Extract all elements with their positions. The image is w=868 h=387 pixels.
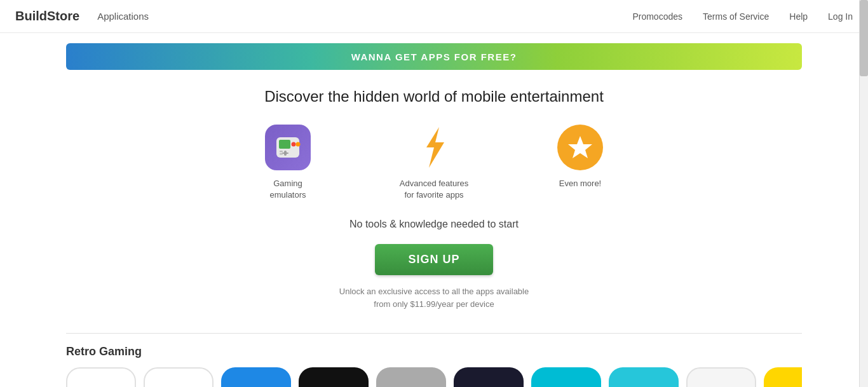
nav-help[interactable]: Help (789, 11, 808, 22)
app-icon-9[interactable] (686, 367, 756, 387)
nav-promocodes[interactable]: Promocodes (632, 11, 682, 22)
app-icon-5[interactable] (376, 367, 446, 387)
retro-gaming-title: Retro Gaming (66, 345, 802, 358)
gameboy-svg (271, 131, 304, 164)
hero-title: Discover the hidden world of mobile ente… (0, 88, 868, 105)
scrollbar[interactable] (859, 0, 868, 387)
svg-marker-8 (426, 127, 444, 168)
svg-point-2 (292, 142, 296, 147)
star-icon (557, 125, 603, 170)
app-icon-10[interactable] (764, 367, 802, 387)
no-tools-text: No tools & knowledge needed to start (0, 219, 868, 230)
lightning-svg (415, 125, 453, 170)
features-row: Gamingemulators Advanced featuresfor fav… (0, 125, 868, 201)
brand-logo[interactable]: BuildStore (15, 9, 79, 24)
feature-more-label: Even more! (559, 178, 601, 189)
svg-rect-5 (282, 153, 288, 154)
feature-gaming-emulators: Gamingemulators (247, 125, 329, 201)
hero-section: Discover the hidden world of mobile ente… (0, 70, 868, 320)
banner-text: WANNA GET APPS FOR FREE? (351, 51, 517, 62)
app-icon-6[interactable]: 🕹 (454, 367, 524, 387)
app-icon-1[interactable] (66, 367, 136, 387)
unlock-text: Unlock an exclusive access to all the ap… (0, 285, 868, 310)
svg-rect-1 (279, 140, 290, 149)
svg-rect-6 (280, 151, 283, 153)
svg-point-3 (296, 142, 301, 147)
apps-row: Δ 🎮 >_ (66, 367, 802, 387)
app-icon-7[interactable]: 🎮 (531, 367, 601, 387)
gameboy-icon (265, 125, 311, 170)
app-icon-4[interactable]: >_ (299, 367, 369, 387)
nav-applications[interactable]: Applications (97, 11, 149, 22)
star-svg (566, 133, 594, 161)
svg-rect-7 (280, 153, 283, 155)
feature-advanced: Advanced featuresfor favorite apps (393, 125, 475, 201)
nav-login[interactable]: Log In (828, 11, 853, 22)
nav-terms[interactable]: Terms of Service (703, 11, 769, 22)
app-icon-8[interactable]: 🕹 (609, 367, 679, 387)
scrollbar-thumb[interactable] (860, 0, 868, 76)
signup-button[interactable]: SIGN UP (375, 244, 492, 275)
navbar: BuildStore Applications Promocodes Terms… (0, 0, 868, 33)
promo-banner[interactable]: WANNA GET APPS FOR FREE? (66, 43, 802, 70)
signup-container: SIGN UP (0, 244, 868, 285)
lightning-icon (411, 125, 457, 170)
app-icon-3[interactable]: 🎮 (221, 367, 291, 387)
svg-marker-9 (568, 136, 592, 158)
feature-more: Even more! (539, 125, 621, 201)
app-icon-2[interactable]: Δ (144, 367, 214, 387)
retro-gaming-section: Retro Gaming Δ 🎮 >_ (0, 334, 868, 387)
feature-advanced-label: Advanced featuresfor favorite apps (400, 178, 468, 201)
feature-gaming-label: Gamingemulators (269, 178, 306, 201)
navbar-right: Promocodes Terms of Service Help Log In (632, 11, 853, 22)
